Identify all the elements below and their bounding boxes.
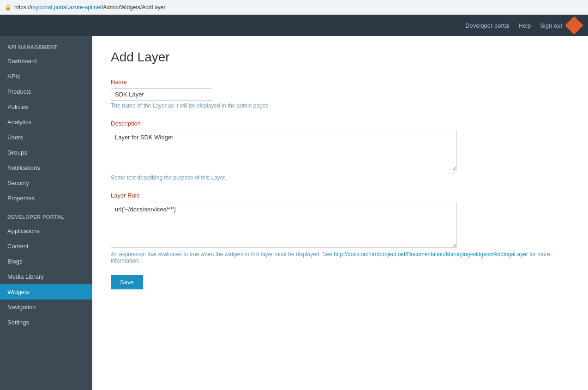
url-domain: myportal.portal.azure-api.net (31, 4, 102, 11)
sidebar-item-media-library[interactable]: Media Library (0, 269, 92, 284)
layer-rule-hint: An expression that evaluates to true whe… (111, 251, 570, 264)
name-hint: The name of the Layer as it will be disp… (111, 102, 570, 109)
page-title: Add Layer (111, 50, 570, 65)
layer-rule-link[interactable]: http://docs.orchardproject.net/Documenta… (334, 251, 528, 258)
brand-icon (565, 16, 583, 35)
sidebar-item-widgets[interactable]: Widgets (0, 284, 92, 300)
top-nav: Developer portal Help Sign out (0, 15, 588, 36)
sidebar-item-analytics[interactable]: Analytics (0, 114, 92, 130)
layer-rule-hint-text: An expression that evaluates to true whe… (111, 251, 332, 258)
lock-icon: 🔒 (5, 4, 12, 11)
description-label: Description (111, 120, 570, 127)
sidebar-item-dashboard[interactable]: Dashboard (0, 54, 92, 69)
sidebar-item-blogs[interactable]: Blogs (0, 254, 92, 269)
description-hint: Some text describing the purpose of this… (111, 174, 570, 181)
sidebar-item-applications[interactable]: Applications (0, 223, 92, 239)
url-prefix: https:// (14, 4, 31, 11)
sidebar: API MANAGEMENT Dashboard APIs Products P… (0, 36, 92, 390)
sign-out-link[interactable]: Sign out (540, 22, 562, 29)
url-path: /Admin/Widgets/AddLayer (102, 4, 166, 11)
developer-portal-section-title: DEVELOPER PORTAL (0, 206, 92, 223)
layer-rule-group: Layer Rule url('~/docs/services/**') An … (111, 192, 570, 264)
layout: API MANAGEMENT Dashboard APIs Products P… (0, 36, 588, 390)
main-inner: Add Layer Name The name of the Layer as … (92, 36, 588, 390)
browser-bar: 🔒 https://myportal.portal.azure-api.net/… (0, 0, 588, 15)
sidebar-item-apis[interactable]: APIs (0, 69, 92, 84)
sidebar-item-security[interactable]: Security (0, 175, 92, 191)
url-bar: https://myportal.portal.azure-api.net/Ad… (14, 4, 166, 11)
sidebar-item-properties[interactable]: Properties (0, 191, 92, 206)
layer-rule-textarea[interactable]: url('~/docs/services/**') (111, 202, 457, 248)
name-input[interactable] (111, 88, 212, 101)
help-link[interactable]: Help (519, 22, 531, 29)
description-group: Description Layer for SDK Widget Some te… (111, 120, 570, 181)
developer-portal-link[interactable]: Developer portal (465, 22, 509, 29)
name-label: Name (111, 78, 570, 85)
layer-rule-label: Layer Rule (111, 192, 570, 199)
api-management-section-title: API MANAGEMENT (0, 36, 92, 54)
sidebar-item-policies[interactable]: Policies (0, 99, 92, 114)
sidebar-item-products[interactable]: Products (0, 84, 92, 99)
name-group: Name The name of the Layer as it will be… (111, 78, 570, 109)
save-group: Save (111, 275, 570, 289)
sidebar-item-notifications[interactable]: Notifications (0, 160, 92, 175)
sidebar-item-content[interactable]: Content (0, 239, 92, 254)
sidebar-item-groups[interactable]: Groups (0, 145, 92, 160)
save-button[interactable]: Save (111, 275, 143, 289)
main-content: Add Layer Name The name of the Layer as … (92, 36, 588, 390)
sidebar-item-settings[interactable]: Settings (0, 315, 92, 330)
description-textarea[interactable]: Layer for SDK Widget (111, 130, 457, 171)
sidebar-item-users[interactable]: Users (0, 130, 92, 145)
sidebar-item-navigation[interactable]: Navigation (0, 300, 92, 315)
